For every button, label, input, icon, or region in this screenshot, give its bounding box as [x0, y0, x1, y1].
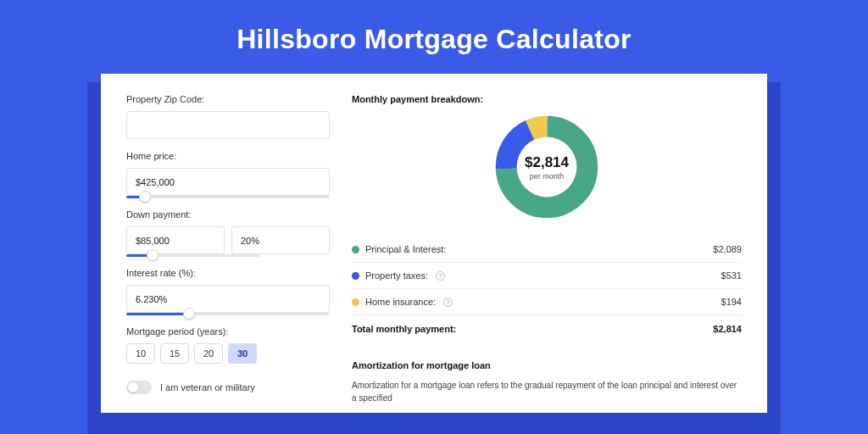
interest-slider[interactable]: [126, 309, 330, 321]
donut-wrap: $2,814 per month: [352, 114, 742, 220]
period-option-30[interactable]: 30: [228, 343, 257, 364]
donut-sub: per month: [525, 172, 569, 181]
zip-group: Property Zip Code:: [126, 94, 330, 139]
amortization-title: Amortization for mortgage loan: [352, 360, 742, 370]
slider-thumb[interactable]: [183, 308, 195, 320]
period-group: Mortgage period (years): 10152030: [126, 326, 330, 364]
total-label: Total monthly payment:: [352, 324, 456, 334]
legend-dot: [352, 298, 359, 306]
page-title: Hillsboro Mortgage Calculator: [0, 0, 868, 74]
breakdown-label: Home insurance:: [365, 297, 436, 307]
breakdown-row: Home insurance:?$194: [352, 289, 742, 315]
interest-label: Interest rate (%):: [126, 268, 330, 278]
veteran-label: I am veteran or military: [160, 382, 255, 392]
breakdown-row: Principal & Interest:$2,089: [352, 236, 742, 263]
breakdown-value: $2,089: [713, 244, 742, 254]
info-icon[interactable]: ?: [436, 271, 445, 281]
period-option-20[interactable]: 20: [194, 343, 223, 364]
down-payment-label: Down payment:: [126, 209, 330, 220]
toggle-knob: [128, 382, 138, 392]
amortization-text: Amortization for a mortgage loan refers …: [352, 379, 742, 404]
calculator-card: Property Zip Code: Home price: Down paym…: [101, 74, 767, 413]
breakdown-rows: Principal & Interest:$2,089Property taxe…: [352, 236, 742, 315]
breakdown-value: $531: [721, 270, 742, 281]
zip-input[interactable]: [126, 111, 330, 139]
breakdown-label: Property taxes:: [365, 270, 428, 281]
down-payment-slider[interactable]: [126, 251, 259, 263]
breakdown-value: $194: [721, 297, 742, 307]
period-options: 10152030: [126, 343, 330, 364]
donut-center: $2,814 per month: [525, 154, 569, 181]
legend-dot: [352, 246, 359, 253]
period-label: Mortgage period (years):: [126, 326, 330, 337]
zip-label: Property Zip Code:: [126, 94, 330, 104]
breakdown-title: Monthly payment breakdown:: [352, 94, 742, 104]
period-option-15[interactable]: 15: [160, 343, 189, 364]
home-price-group: Home price:: [126, 151, 330, 204]
veteran-row: I am veteran or military: [126, 381, 330, 394]
breakdown-label: Principal & Interest:: [365, 244, 446, 254]
breakdown-row: Property taxes:?$531: [352, 263, 742, 289]
home-price-slider[interactable]: [126, 192, 330, 204]
donut-amount: $2,814: [525, 154, 569, 171]
interest-group: Interest rate (%):: [126, 268, 330, 321]
form-panel: Property Zip Code: Home price: Down paym…: [126, 94, 330, 413]
legend-dot: [352, 272, 359, 280]
breakdown-panel: Monthly payment breakdown: $2,814 per mo…: [352, 94, 742, 413]
slider-thumb[interactable]: [139, 191, 151, 203]
down-payment-group: Down payment:: [126, 209, 330, 263]
total-value: $2,814: [713, 324, 742, 334]
info-icon[interactable]: ?: [443, 298, 453, 307]
home-price-label: Home price:: [126, 151, 330, 161]
period-option-10[interactable]: 10: [126, 343, 155, 364]
veteran-toggle[interactable]: [126, 381, 152, 394]
breakdown-total-row: Total monthly payment: $2,814: [352, 315, 742, 342]
slider-thumb[interactable]: [147, 249, 159, 261]
